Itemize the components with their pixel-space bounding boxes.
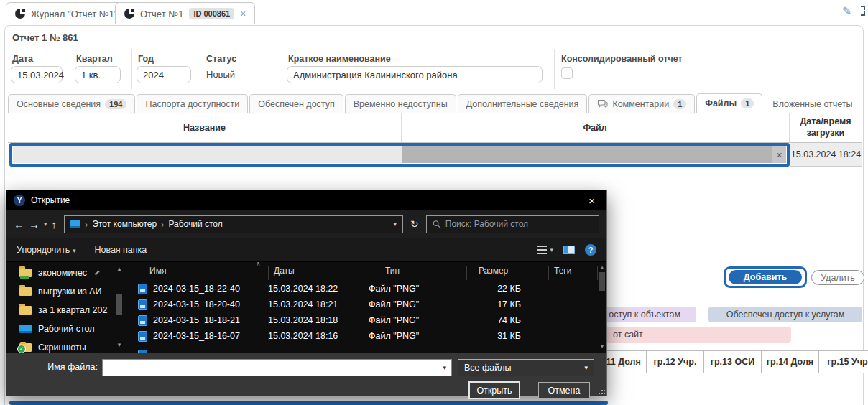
dialog-close-icon[interactable]: × — [584, 195, 599, 207]
help-icon[interactable]: ? — [585, 244, 596, 256]
new-folder-button[interactable]: Новая папка — [94, 245, 147, 255]
search-icon — [433, 220, 440, 228]
synced-folder-icon — [19, 343, 32, 352]
organize-menu[interactable]: Упорядочить ▾ — [17, 245, 75, 255]
sort-asc-icon: ∧ — [256, 262, 261, 267]
grid-header: гр.15 Учр — [818, 350, 868, 373]
scroll-up-icon[interactable]: ▴ — [599, 264, 606, 271]
column-header-file: Файл — [401, 113, 789, 143]
app-tab-report[interactable]: Отчет №1 ID 000861 × — [115, 2, 255, 24]
sidebar-item-quarter[interactable]: за 1 квартал 202 — [19, 302, 107, 318]
page-title: Отчет 1 № 861 — [12, 32, 78, 43]
column-tags[interactable]: Теги — [554, 266, 571, 276]
year-field[interactable]: 2024 — [137, 66, 191, 83]
scrollbar-thumb[interactable] — [116, 294, 122, 315]
column-type[interactable]: Тип — [385, 266, 400, 276]
add-button[interactable]: Добавить — [729, 270, 802, 284]
scroll-down-icon[interactable]: ▾ — [599, 343, 606, 350]
edit-icon[interactable]: ✎ — [842, 4, 851, 18]
open-file-dialog: Y Открытие × ← → ▾ ↑ › Этот компьютер › … — [6, 190, 607, 396]
column-name[interactable]: Имя — [149, 266, 166, 276]
search-input[interactable] — [445, 219, 593, 229]
close-tab-icon[interactable]: × — [240, 9, 246, 19]
date-field[interactable]: 15.03.2024 — [11, 66, 63, 83]
browser-logo-icon: Y — [14, 195, 25, 206]
column-size[interactable]: Размер — [479, 266, 508, 276]
file-row[interactable]: 2024-03-15_18-20-40 15.03.2024 18:21 Фай… — [126, 297, 598, 312]
quarter-field[interactable]: 1 кв. — [75, 66, 121, 83]
file-row-partial[interactable] — [126, 347, 598, 353]
dialog-title: Открытие — [31, 195, 70, 205]
refresh-icon[interactable]: ↻ — [410, 218, 419, 230]
tab-files[interactable]: Файлы 1 — [696, 93, 762, 113]
up-icon[interactable]: ↑ — [52, 219, 57, 230]
tab-nested-reports[interactable]: Вложенные отчеты — [764, 94, 861, 113]
quarter-label: Квартал — [76, 54, 113, 64]
scroll-down-icon[interactable]: ▾ — [116, 341, 123, 348]
dialog-navbar: ← → ▾ ↑ › Этот компьютер › Рабочий стол … — [6, 210, 606, 238]
crumb-separator: › — [85, 219, 88, 230]
short-name-field[interactable]: Администрация Калининского района — [287, 66, 542, 83]
consolidated-checkbox[interactable] — [561, 68, 573, 79]
app-tab-label: Журнал "Отчет №1" — [31, 9, 118, 19]
preview-pane-icon[interactable] — [563, 246, 575, 254]
cancel-button[interactable]: Отмена — [538, 382, 590, 399]
tab-main-info[interactable]: Основные сведения 194 — [8, 94, 135, 113]
back-icon[interactable]: ← — [14, 219, 24, 230]
file-row[interactable]: 2024-03-15_18-16-07 15.03.2024 18:16 Фай… — [126, 328, 598, 344]
open-button[interactable]: Открыть — [468, 381, 520, 399]
remove-file-icon[interactable]: × — [772, 146, 786, 163]
file-row[interactable]: 2024-03-15_18-18-21 15.03.2024 18:18 Фай… — [126, 312, 598, 328]
file-row[interactable]: 2024-03-15_18-22-40 15.03.2024 18:22 Фай… — [126, 281, 598, 297]
address-bar[interactable]: › Этот компьютер › Рабочий стол ▾ — [64, 215, 403, 233]
tab-additional-info[interactable]: Дополнительные сведения — [458, 94, 588, 113]
resize-grip[interactable] — [598, 388, 605, 395]
focus-underline — [9, 401, 608, 405]
dialog-footer: Имя файла: ▾ Все файлы ▾ Открыть Отмена — [6, 353, 606, 396]
png-file-icon — [138, 331, 147, 342]
chip-access-services: Обеспечен доступ к услугам — [708, 307, 862, 322]
grid-header: гр.13 ОСИ — [703, 350, 762, 373]
search-box[interactable] — [426, 215, 599, 233]
dialog-titlebar[interactable]: Y Открытие × — [6, 190, 606, 210]
selected-file-row[interactable]: × — [9, 143, 790, 167]
sidebar-item-desktop[interactable]: Рабочий стол — [19, 321, 94, 337]
tab-accessibility-passports[interactable]: Паспорта доступности — [137, 94, 248, 113]
folder-icon — [19, 306, 32, 315]
divider — [554, 49, 555, 89]
filename-combo[interactable]: ▾ — [102, 359, 452, 376]
grid-header: гр.12 Учр. — [646, 350, 704, 373]
section-tabs: Основные сведения 194 Паспорта доступнос… — [8, 93, 863, 113]
forward-icon[interactable]: → — [29, 219, 40, 230]
sidebar-item-economic[interactable]: экономичес — [19, 265, 101, 281]
scroll-up-icon[interactable]: ▴ — [116, 265, 123, 272]
view-mode-button[interactable]: ▾ — [537, 246, 553, 254]
file-name-input[interactable] — [13, 146, 402, 163]
tab-access-provided[interactable]: Обеспечен доступ — [249, 94, 343, 113]
tab-badge: 1 — [741, 98, 754, 108]
address-chevron-icon[interactable]: ▾ — [394, 220, 397, 228]
status-value: Новый — [206, 69, 235, 80]
sidebar-item-unloads[interactable]: выгрузки из АИ — [19, 284, 101, 299]
history-chevron-icon[interactable]: ▾ — [44, 221, 47, 228]
folder-icon — [19, 269, 32, 277]
filename-chevron-icon[interactable]: ▾ — [438, 364, 451, 371]
breadcrumb-this-pc[interactable]: Этот компьютер — [92, 219, 157, 229]
delete-button[interactable]: Удалить — [811, 270, 864, 285]
app-tab-label: Отчет №1 — [140, 9, 183, 19]
filetype-select[interactable]: Все файлы ▾ — [458, 359, 594, 376]
breadcrumb-desktop[interactable]: Рабочий стол — [168, 219, 222, 229]
file-attachment-bar[interactable]: × — [402, 146, 786, 163]
sidebar-item-screenshots[interactable]: Скриншоты — [19, 340, 86, 353]
maximize-icon[interactable] — [861, 6, 868, 16]
tab-temporarily-unavailable[interactable]: Временно недоступны — [345, 94, 456, 113]
dialog-body: экономичес выгрузки из АИ за 1 квартал 2… — [6, 262, 606, 353]
tab-comments[interactable]: Комментарии 1 — [588, 94, 695, 113]
filename-input[interactable] — [103, 363, 438, 373]
report-pie-icon — [15, 9, 25, 19]
scrollbar-thumb[interactable] — [599, 272, 605, 291]
dialog-sidebar: экономичес выгрузки из АИ за 1 квартал 2… — [6, 262, 126, 353]
tab-badge: 1 — [673, 99, 686, 109]
column-dates[interactable]: Даты — [274, 266, 295, 276]
crumb-separator: › — [161, 219, 164, 230]
